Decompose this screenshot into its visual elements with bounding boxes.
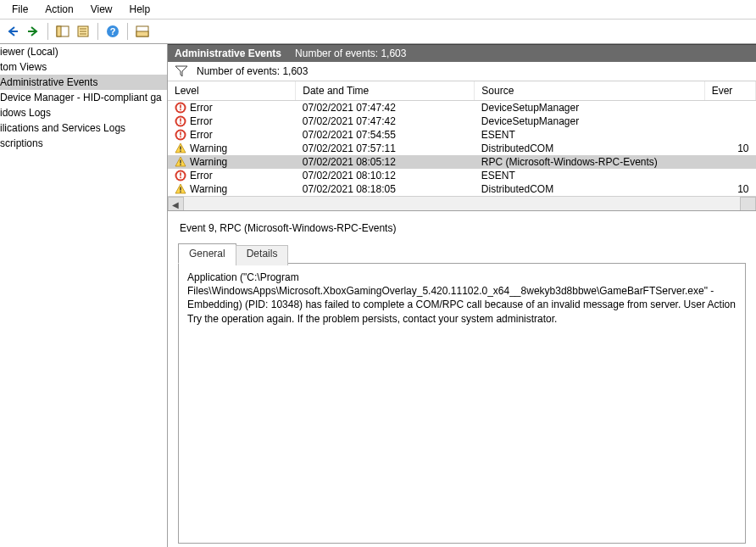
cell-eventid: 10	[704, 182, 755, 196]
cell-level: Error	[168, 114, 296, 128]
svg-rect-13	[180, 109, 181, 111]
tab-details[interactable]: Details	[236, 245, 289, 265]
event-detail-pane: Event 9, RPC (Microsoft-Windows-RPC-Even…	[168, 211, 756, 547]
properties-icon	[76, 25, 90, 38]
svg-rect-22	[180, 147, 181, 150]
help-button[interactable]: ?	[103, 22, 122, 41]
preview-pane-button[interactable]	[133, 22, 152, 41]
menu-view[interactable]: View	[82, 2, 121, 17]
main-area: iewer (Local) tom Views Administrative E…	[0, 44, 756, 547]
level-text: Error	[190, 170, 213, 181]
level-text: Error	[190, 129, 213, 141]
menu-help[interactable]: Help	[121, 2, 159, 17]
cell-eventid: 10	[704, 142, 755, 155]
events-header-row[interactable]: Level Date and Time Source Ever	[168, 81, 756, 101]
cell-source: DistributedCOM	[475, 142, 704, 155]
event-count-header: Number of events: 1,603	[295, 47, 406, 59]
col-header-date[interactable]: Date and Time	[296, 81, 475, 101]
level-text: Warning	[190, 142, 227, 154]
cell-date: 07/02/2021 07:47:42	[296, 114, 475, 128]
cell-date: 07/02/2021 08:10:12	[296, 169, 475, 182]
col-header-level[interactable]: Level	[168, 81, 296, 101]
scroll-right-icon[interactable]: ▶	[745, 200, 752, 209]
tree-item-apps-services-logs[interactable]: ilications and Services Logs	[0, 120, 167, 136]
tree-item-administrative-events[interactable]: Administrative Events	[0, 75, 167, 90]
svg-rect-28	[180, 173, 181, 176]
table-row[interactable]: Error07/02/2021 07:54:55ESENT	[168, 128, 756, 142]
error-icon	[175, 170, 186, 181]
svg-rect-29	[180, 177, 181, 179]
tree-item-device-manager[interactable]: Device Manager - HID-compliant ga	[0, 90, 167, 105]
cell-level: Warning	[168, 155, 296, 169]
svg-rect-1	[57, 26, 61, 36]
cell-date: 07/02/2021 07:47:42	[296, 101, 475, 115]
warning-icon	[175, 183, 186, 195]
cell-eventid	[704, 128, 755, 142]
menu-action[interactable]: Action	[36, 2, 81, 17]
event-detail-title: Event 9, RPC (Microsoft-Windows-RPC-Even…	[178, 219, 746, 243]
svg-rect-31	[180, 192, 181, 193]
tree-item-viewer-local[interactable]: iewer (Local)	[0, 44, 167, 59]
table-row[interactable]: Warning07/02/2021 08:05:12RPC (Microsoft…	[168, 155, 756, 169]
svg-rect-20	[180, 132, 181, 136]
svg-rect-21	[180, 137, 181, 138]
cell-level: Error	[168, 128, 296, 142]
tree-item-subscriptions[interactable]: scriptions	[0, 136, 167, 151]
svg-text:?: ?	[110, 26, 116, 36]
filter-icon[interactable]	[175, 65, 188, 77]
error-icon	[175, 129, 186, 141]
cell-date: 07/02/2021 07:54:55	[296, 128, 475, 142]
event-count-filter: Number of events: 1,603	[197, 65, 308, 77]
forward-button[interactable]	[24, 22, 42, 41]
events-table: Level Date and Time Source Ever Error07/…	[168, 81, 756, 196]
back-button[interactable]	[3, 22, 22, 41]
svg-rect-25	[180, 165, 181, 165]
tab-general[interactable]: General	[178, 243, 236, 264]
warning-icon	[175, 142, 186, 154]
table-row[interactable]: Warning07/02/2021 08:18:05DistributedCOM…	[168, 182, 756, 196]
menu-bar: File Action View Help	[0, 0, 756, 20]
detail-tabs: General Details	[178, 243, 746, 264]
content-pane: Administrative Events Number of events: …	[168, 44, 756, 547]
col-header-source[interactable]: Source	[475, 81, 704, 101]
table-row[interactable]: Error07/02/2021 07:47:42DeviceSetupManag…	[168, 114, 756, 128]
cell-date: 07/02/2021 08:05:12	[296, 155, 475, 169]
table-row[interactable]: Warning07/02/2021 07:57:11DistributedCOM…	[168, 142, 756, 155]
svg-rect-24	[180, 160, 181, 164]
cell-level: Warning	[168, 142, 296, 155]
toolbar-separator	[47, 23, 48, 40]
menu-file[interactable]: File	[3, 2, 36, 17]
level-text: Warning	[190, 183, 227, 195]
events-list[interactable]: Level Date and Time Source Ever Error07/…	[168, 81, 756, 211]
show-tree-button[interactable]	[53, 22, 72, 41]
arrow-right-icon	[26, 25, 40, 38]
properties-button[interactable]	[74, 22, 92, 41]
content-header: Administrative Events Number of events: …	[168, 45, 756, 62]
toolbar-separator	[97, 23, 98, 40]
help-icon: ?	[106, 25, 120, 38]
scroll-left-icon[interactable]: ◀	[172, 200, 179, 209]
cell-level: Error	[168, 101, 296, 115]
content-title: Administrative Events	[175, 47, 281, 59]
tree-item-windows-logs[interactable]: idows Logs	[0, 105, 167, 120]
cell-level: Warning	[168, 182, 296, 196]
level-text: Error	[190, 102, 213, 114]
horizontal-scrollbar[interactable]: ◀ ▶	[168, 196, 756, 210]
cell-source: DeviceSetupManager	[475, 114, 704, 128]
col-header-eventid[interactable]: Ever	[704, 81, 755, 101]
level-text: Error	[190, 115, 213, 127]
svg-rect-30	[180, 187, 181, 191]
svg-rect-16	[180, 119, 181, 122]
table-row[interactable]: Error07/02/2021 08:10:12ESENT	[168, 169, 756, 182]
event-detail-body[interactable]: Application ("C:\Program Files\WindowsAp…	[178, 263, 746, 544]
navigation-tree[interactable]: iewer (Local) tom Views Administrative E…	[0, 44, 168, 547]
svg-rect-9	[136, 31, 148, 36]
cell-eventid	[704, 169, 755, 182]
toolbar: ?	[0, 20, 756, 44]
error-icon	[175, 102, 186, 114]
tree-item-custom-views[interactable]: tom Views	[0, 59, 167, 75]
cell-source: ESENT	[475, 128, 704, 142]
table-row[interactable]: Error07/02/2021 07:47:42DeviceSetupManag…	[168, 101, 756, 115]
cell-date: 07/02/2021 08:18:05	[296, 182, 475, 196]
svg-rect-12	[180, 105, 181, 109]
